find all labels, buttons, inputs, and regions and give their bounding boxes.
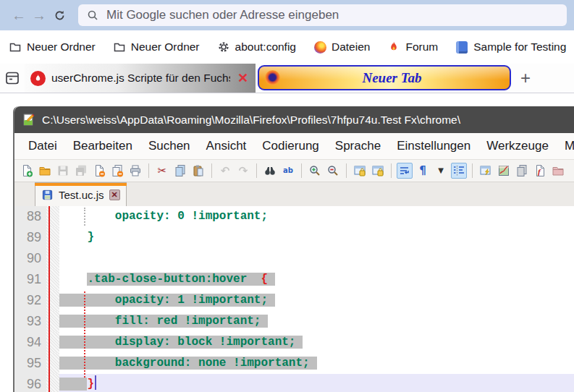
close-all-icon xyxy=(111,164,124,177)
new-file-button[interactable] xyxy=(19,163,35,179)
code-text[interactable]: } xyxy=(59,374,574,392)
toolbar-dropdown-button[interactable]: ▼ xyxy=(433,163,449,179)
bookmark-label: Sample for Testing xyxy=(473,41,566,54)
print-button[interactable] xyxy=(127,163,143,179)
document-tab-label: Test.uc.js xyxy=(59,189,104,201)
folder-as-workspace-icon xyxy=(552,164,565,177)
zoom-out-icon xyxy=(326,164,339,177)
word-wrap-button[interactable] xyxy=(397,163,413,179)
reload-button[interactable] xyxy=(49,5,69,25)
replace-icon: ab xyxy=(283,167,293,174)
cut-button[interactable]: ✂ xyxy=(154,163,170,179)
search-icon xyxy=(87,9,98,21)
document-tab-test-uc-js[interactable]: Test.uc.js ✕ xyxy=(35,182,127,206)
code-text[interactable]: opacity: 0 !important; xyxy=(59,206,574,227)
code-line-92: 92 opacity: 1 !important; xyxy=(14,290,574,311)
replace-button[interactable]: ab xyxy=(280,163,296,179)
save-file-button[interactable] xyxy=(55,163,71,179)
close-file-button[interactable] xyxy=(91,163,107,179)
menu-codierung[interactable]: Codierung xyxy=(254,133,326,159)
redo-button[interactable]: ↷ xyxy=(235,163,251,179)
document-switcher-button[interactable] xyxy=(514,163,530,179)
document-map-button[interactable] xyxy=(496,163,512,179)
zoom-in-button[interactable] xyxy=(307,163,323,179)
folder-outline-icon xyxy=(113,41,126,54)
menu-datei[interactable]: Datei xyxy=(20,133,65,159)
window-title-path: C:\Users\weiss\AppData\Roaming\Mozilla\F… xyxy=(42,114,460,127)
find-button[interactable] xyxy=(262,163,278,179)
bookmark-about-config[interactable]: about:config xyxy=(217,41,296,54)
toolbar: ✂↶↷ab¶▼f xyxy=(14,159,574,182)
zoom-out-button[interactable] xyxy=(325,163,341,179)
bookmark-sample-for-testing[interactable]: Sample for Testing xyxy=(455,41,566,54)
code-text[interactable]: fill: red !important; xyxy=(59,311,574,332)
change-history-marker xyxy=(48,206,50,392)
notepad-app-icon xyxy=(22,113,35,127)
menu-makro[interactable]: Makro xyxy=(557,133,574,159)
macro-playback-button[interactable] xyxy=(478,163,494,179)
menu-suchen[interactable]: Suchen xyxy=(140,133,198,159)
folder-as-workspace-button[interactable] xyxy=(550,163,566,179)
back-button[interactable]: ← xyxy=(9,5,29,25)
bookmark-neuer-ordner[interactable]: Neuer Ordner xyxy=(113,41,200,54)
code-line-88: 88 opacity: 0 !important; xyxy=(14,206,574,227)
indent-guide-button[interactable] xyxy=(451,163,467,179)
document-map-icon xyxy=(497,164,510,177)
toolbar-separator xyxy=(472,163,473,178)
indent-guide-line-modified xyxy=(84,291,85,378)
bookmark-forum[interactable]: Forum xyxy=(387,41,438,54)
function-list-button[interactable]: f xyxy=(532,163,548,179)
macro-playback-icon xyxy=(479,164,492,177)
sync-scroll-vertical-button[interactable] xyxy=(352,163,368,179)
firefox-ball-icon xyxy=(313,41,326,54)
window-titlebar[interactable]: C:\Users\weiss\AppData\Roaming\Mozilla\F… xyxy=(14,106,574,133)
tab-strip: userChrome.js Scripte für den Fuchs ✕ Ne… xyxy=(0,64,574,93)
menu-werkzeuge[interactable]: Werkzeuge xyxy=(478,133,557,159)
sync-scroll-horizontal-button[interactable] xyxy=(370,163,386,179)
code-text[interactable]: display: block !important; xyxy=(59,332,574,353)
url-bar[interactable]: Mit Google suchen oder Adresse eingeben xyxy=(78,4,567,26)
bookmark-label: Neuer Ordner xyxy=(131,41,200,54)
line-number: 93 xyxy=(14,311,46,332)
reload-icon xyxy=(54,9,66,22)
copy-button[interactable] xyxy=(172,163,188,179)
browser-tab-userchrome[interactable]: userChrome.js Scripte für den Fuchs ✕ xyxy=(25,64,256,93)
menu-ansicht[interactable]: Ansicht xyxy=(198,133,255,159)
flame-favicon xyxy=(30,71,46,86)
book-icon xyxy=(455,41,468,54)
browser-tab-neuer-tab[interactable]: Neuer Tab xyxy=(258,65,511,90)
list-all-tabs-button[interactable] xyxy=(0,64,25,93)
code-text[interactable] xyxy=(59,248,574,269)
tab-title: userChrome.js Scripte für den Fuchs xyxy=(51,72,230,85)
code-text[interactable]: } xyxy=(59,227,574,248)
show-all-characters-button[interactable]: ¶ xyxy=(415,163,431,179)
cut-icon: ✂ xyxy=(158,166,167,176)
code-text[interactable]: background: none !important; xyxy=(59,353,574,374)
forward-button[interactable]: → xyxy=(29,5,49,25)
code-editor[interactable]: 88 opacity: 0 !important;89 }9091 .tab-c… xyxy=(14,206,574,392)
bookmark-neuer-ordner[interactable]: Neuer Ordner xyxy=(9,41,96,54)
paste-button[interactable] xyxy=(190,163,206,179)
line-number: 89 xyxy=(14,227,46,248)
sync-scroll-vertical-icon xyxy=(353,164,366,177)
close-all-button[interactable] xyxy=(109,163,125,179)
menu-sprache[interactable]: Sprache xyxy=(327,133,389,159)
flame-icon xyxy=(387,41,400,54)
code-text[interactable]: opacity: 1 !important; xyxy=(59,290,574,311)
bookmark-dateien[interactable]: Dateien xyxy=(313,41,370,54)
show-all-characters-icon: ¶ xyxy=(419,166,426,176)
open-file-button[interactable] xyxy=(37,163,53,179)
menu-einstellungen[interactable]: Einstellungen xyxy=(389,133,478,159)
toolbar-separator xyxy=(256,163,257,178)
tab-close-button[interactable]: ✕ xyxy=(236,72,250,85)
new-tab-button[interactable]: + xyxy=(511,64,540,93)
code-text[interactable]: .tab-close-button:hover { xyxy=(59,269,574,290)
indent-guide-line xyxy=(84,208,85,226)
back-icon: ← xyxy=(12,7,26,24)
menu-bearbeiten[interactable]: Bearbeiten xyxy=(65,133,140,159)
document-close-button[interactable]: ✕ xyxy=(109,189,120,200)
save-all-button[interactable] xyxy=(73,163,89,179)
tab-title: Neuer Tab xyxy=(280,70,504,86)
toolbar-dropdown-icon: ▼ xyxy=(438,167,444,174)
undo-button[interactable]: ↶ xyxy=(217,163,233,179)
